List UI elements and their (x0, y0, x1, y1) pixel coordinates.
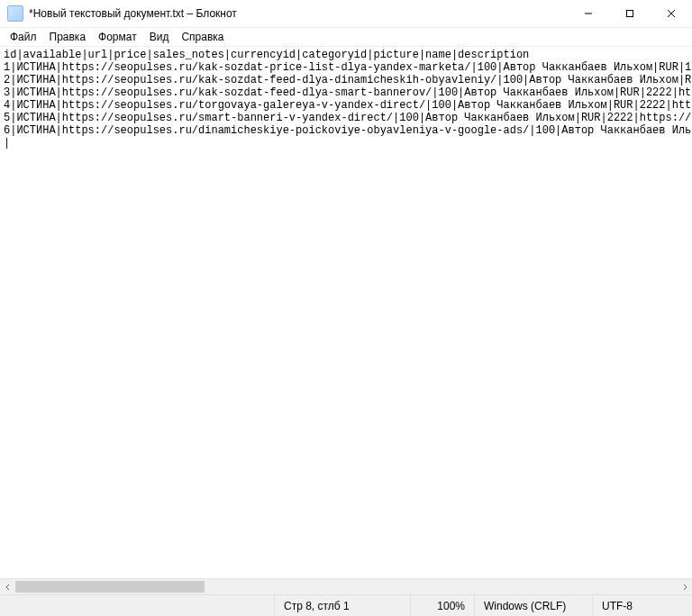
app-icon (7, 5, 23, 22)
status-position: Стр 8, стлб 1 (274, 595, 410, 616)
titlebar[interactable]: *Новый текстовый документ.txt – Блокнот (0, 0, 692, 28)
scroll-track[interactable] (15, 579, 677, 594)
scroll-thumb[interactable] (15, 581, 205, 593)
minimize-button[interactable] (568, 0, 609, 27)
notepad-window: *Новый текстовый документ.txt – Блокнот … (0, 0, 692, 616)
scroll-right-button[interactable] (677, 579, 692, 594)
window-title: *Новый текстовый документ.txt – Блокнот (29, 7, 237, 20)
status-encoding: UTF-8 (592, 595, 692, 616)
status-zoom: 100% (410, 595, 474, 616)
content-wrap: id|available|url|price|sales_notes|curre… (0, 46, 692, 594)
close-button[interactable] (651, 0, 692, 27)
menubar: Файл Правка Формат Вид Справка (0, 28, 692, 46)
svg-rect-1 (627, 11, 633, 17)
maximize-button[interactable] (609, 0, 651, 27)
menu-edit[interactable]: Правка (43, 30, 93, 44)
status-eol: Windows (CRLF) (474, 595, 592, 616)
horizontal-scrollbar[interactable] (0, 578, 692, 594)
menu-file[interactable]: Файл (4, 30, 43, 44)
text-content[interactable]: id|available|url|price|sales_notes|curre… (4, 49, 688, 149)
menu-format[interactable]: Формат (92, 30, 143, 44)
statusbar: Стр 8, стлб 1 100% Windows (CRLF) UTF-8 (0, 594, 692, 616)
menu-help[interactable]: Справка (175, 30, 230, 44)
text-area[interactable]: id|available|url|price|sales_notes|curre… (0, 47, 692, 578)
menu-view[interactable]: Вид (143, 30, 176, 44)
scroll-left-button[interactable] (0, 579, 15, 594)
